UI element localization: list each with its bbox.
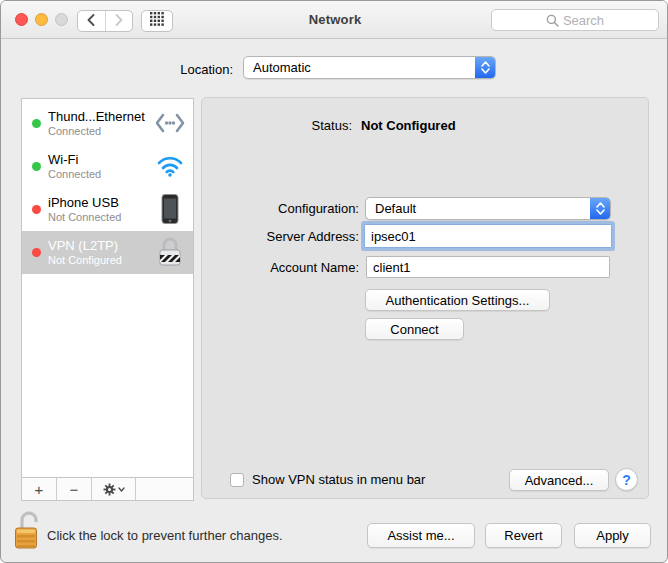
- connect-button[interactable]: Connect: [365, 318, 464, 340]
- sidebar-item-wifi[interactable]: Wi-Fi Connected: [22, 145, 193, 188]
- service-status: Not Connected: [48, 211, 121, 223]
- unlock-icon[interactable]: [14, 510, 44, 554]
- apply-button[interactable]: Apply: [574, 523, 651, 548]
- configuration-value: Default: [366, 201, 590, 216]
- chevron-down-icon: [118, 487, 125, 492]
- wifi-icon: [155, 151, 185, 181]
- sidebar-item-iphone-usb[interactable]: iPhone USB Not Connected: [22, 188, 193, 231]
- configuration-label: Configuration:: [202, 201, 359, 216]
- status-value: Not Configured: [361, 118, 456, 133]
- search-input[interactable]: Search: [491, 9, 659, 31]
- services-sidebar: Thund...Ethernet Connected Wi-Fi Connect…: [21, 98, 194, 501]
- revert-button[interactable]: Revert: [485, 523, 562, 548]
- server-address-input[interactable]: [364, 224, 612, 248]
- server-address-label: Server Address:: [202, 229, 359, 244]
- status-dot-red: [32, 248, 41, 257]
- button-label: Apply: [596, 528, 629, 543]
- service-status: Connected: [48, 125, 101, 137]
- location-value: Automatic: [244, 60, 475, 75]
- button-label: Assist me...: [387, 528, 454, 543]
- location-select[interactable]: Automatic: [243, 56, 496, 79]
- network-preferences-window: Network Search Location: Automatic Thund…: [0, 0, 668, 563]
- authentication-settings-button[interactable]: Authentication Settings...: [365, 289, 550, 311]
- sidebar-actions-bar: + −: [22, 477, 193, 500]
- detail-pane: Status: Not Configured Configuration: De…: [201, 97, 649, 499]
- service-name: VPN (L2TP): [48, 238, 118, 253]
- service-status: Connected: [48, 168, 101, 180]
- advanced-button[interactable]: Advanced...: [509, 469, 609, 491]
- ethernet-icon: [155, 108, 185, 138]
- status-dot-green: [32, 119, 41, 128]
- question-mark-icon: ?: [622, 472, 631, 488]
- button-label: Revert: [504, 528, 542, 543]
- assist-me-button[interactable]: Assist me...: [367, 523, 475, 548]
- service-name: Thund...Ethernet: [48, 109, 145, 124]
- service-name: Wi-Fi: [48, 152, 78, 167]
- help-button[interactable]: ?: [615, 468, 638, 491]
- titlebar: Network Search: [1, 1, 668, 39]
- remove-service-button[interactable]: −: [57, 478, 92, 500]
- button-label: Authentication Settings...: [386, 293, 530, 308]
- vpn-lock-icon: [155, 237, 185, 267]
- plus-icon: +: [35, 481, 44, 498]
- sidebar-item-thunderbolt-ethernet[interactable]: Thund...Ethernet Connected: [22, 102, 193, 145]
- service-status: Not Configured: [48, 254, 122, 266]
- show-vpn-status-checkbox[interactable]: [230, 473, 244, 487]
- button-label: Connect: [390, 322, 438, 337]
- iphone-icon: [155, 194, 185, 224]
- gear-icon: [103, 483, 116, 496]
- configuration-select[interactable]: Default: [365, 197, 611, 220]
- lock-hint-text: Click the lock to prevent further change…: [47, 528, 283, 543]
- search-placeholder: Search: [563, 13, 604, 28]
- stepper-icon: [475, 57, 495, 78]
- show-vpn-status-label: Show VPN status in menu bar: [252, 472, 425, 487]
- status-dot-red: [32, 205, 41, 214]
- button-label: Advanced...: [525, 473, 594, 488]
- account-name-label: Account Name:: [202, 260, 359, 275]
- service-options-button[interactable]: [92, 478, 136, 500]
- location-label: Location:: [1, 62, 233, 77]
- stepper-icon: [590, 198, 610, 219]
- status-label: Status:: [202, 118, 352, 133]
- search-icon: [546, 14, 559, 27]
- status-dot-green: [32, 162, 41, 171]
- sidebar-item-vpn-l2tp[interactable]: VPN (L2TP) Not Configured: [22, 231, 193, 274]
- add-service-button[interactable]: +: [22, 478, 57, 500]
- service-name: iPhone USB: [48, 195, 119, 210]
- minus-icon: −: [70, 481, 79, 498]
- account-name-input[interactable]: [366, 256, 610, 278]
